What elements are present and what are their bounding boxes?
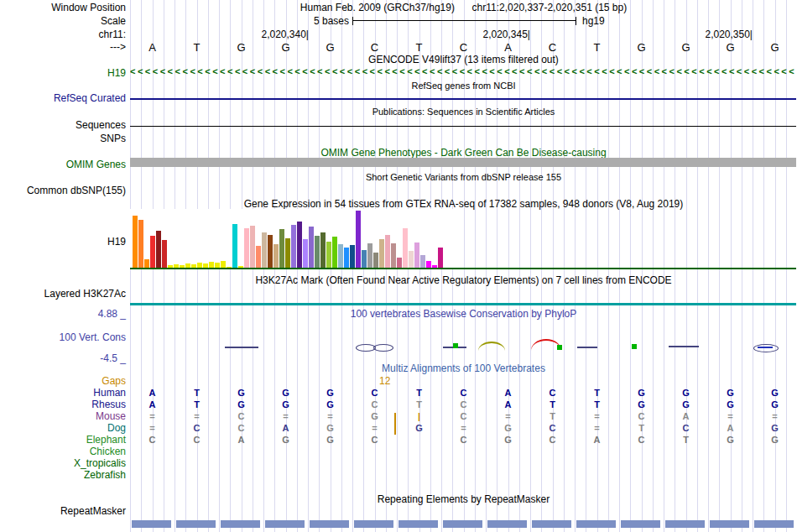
multiz-base: C	[550, 435, 556, 445]
gtex-expression-bar	[256, 246, 261, 268]
multiz-base: G	[682, 388, 690, 398]
multiz-track-title[interactable]: Multiz Alignments of 100 Vertebrates	[130, 362, 797, 374]
assembly-name: Human Feb. 2009 (GRCh37/hg19)	[300, 2, 455, 13]
sequence-base: T	[416, 41, 423, 54]
coordinate-tick: 2,020,345|	[421, 29, 530, 40]
multiz-base: G	[727, 399, 734, 409]
multiz-gaps-label[interactable]: Gaps	[0, 375, 126, 387]
multiz-base: G	[282, 435, 289, 445]
multiz-species-label-zebrafish[interactable]: Zebrafish	[0, 469, 126, 481]
repeatmasker-segment	[532, 520, 571, 528]
multiz-base: C	[683, 423, 690, 433]
coordinate-tick: 2,020,350|	[643, 29, 753, 40]
sequence-base: G	[637, 41, 645, 54]
snps-label[interactable]: SNPs	[0, 133, 126, 144]
gtex-expression-bar	[362, 250, 367, 268]
gtex-expression-bar	[303, 239, 308, 268]
gtex-expression-bar	[344, 248, 349, 268]
gtex-expression-bar	[209, 262, 214, 268]
sequence-base: T	[194, 41, 201, 54]
gtex-expression-bar	[426, 261, 431, 268]
multiz-base: G	[771, 423, 779, 433]
multiz-base: =	[283, 411, 288, 421]
gencode-gene-strand-arrows[interactable]: <<<<<<<<<<<<<<<<<<<<<<<<<<<<<<<<<<<<<<<<…	[130, 66, 796, 77]
sequence-base: A	[148, 41, 156, 54]
gtex-track-title[interactable]: Gene Expression in 54 tissues from GTEx …	[130, 198, 797, 210]
multiz-species-label-mouse[interactable]: Mouse	[0, 410, 126, 422]
multiz-species-label-chicken[interactable]: Chicken	[0, 446, 126, 457]
repeatmasker-track-title[interactable]: Repeating Elements by RepeatMasker	[130, 493, 797, 505]
sequence-base: G	[681, 41, 690, 54]
conservation-track-title[interactable]: 100 vertebrates Basewise Conservation by…	[130, 308, 797, 320]
sequence-base: G	[326, 41, 334, 54]
multiz-species-label-rhesus[interactable]: Rhesus	[0, 399, 126, 410]
sequence-base: C	[371, 41, 378, 54]
multiz-base: C	[149, 435, 156, 445]
h3k27ac-track-title[interactable]: H3K27Ac Mark (Often Found Near Active Re…	[130, 274, 797, 286]
multiz-base: C	[238, 411, 245, 421]
gtex-expression-bar	[268, 235, 273, 268]
multiz-base: G	[504, 435, 512, 445]
multiz-base: A	[683, 411, 690, 421]
publications-sequence-bar[interactable]	[130, 126, 796, 127]
strand-arrow[interactable]: --->	[0, 41, 126, 53]
multiz-gaps-count: 12	[379, 375, 390, 387]
multiz-species-label-elephant[interactable]: Elephant	[0, 434, 126, 446]
repeatmasker-segment	[487, 520, 527, 528]
common-dbsnp-label[interactable]: Common dbSNP(155)	[0, 185, 126, 196]
multiz-base: G	[638, 399, 645, 409]
repeatmasker-segment	[354, 520, 393, 528]
multiz-base: C	[238, 423, 245, 433]
repeatmasker-segment	[398, 520, 438, 528]
multiz-base: A	[283, 423, 289, 433]
gtex-expression-bar	[180, 265, 185, 268]
multiz-base: G	[682, 399, 690, 409]
scale-bar	[352, 17, 576, 25]
multiz-base: =	[194, 411, 199, 421]
publications-track-title[interactable]: Publications: Sequences in Scientific Ar…	[130, 107, 797, 117]
gtex-expression-bar	[320, 232, 326, 268]
multiz-base: T	[638, 423, 644, 433]
gtex-h19-label[interactable]: H19	[0, 236, 126, 248]
multiz-base: T	[550, 399, 555, 409]
dbsnp-track-title[interactable]: Short Genetic Variants from dbSNP releas…	[130, 172, 797, 182]
gtex-expression-bar	[174, 264, 179, 268]
multiz-base: C	[638, 411, 645, 421]
multiz-base: =	[594, 423, 599, 433]
position-range: chr11:2,020,337-2,020,351 (15 bp)	[472, 2, 628, 13]
sequences-label[interactable]: Sequences	[0, 119, 126, 131]
gtex-expression-bar	[262, 232, 267, 268]
layered-h3k27ac-label[interactable]: Layered H3K27Ac	[0, 288, 126, 300]
multiz-base: C	[372, 388, 378, 398]
multiz-species-label-x_tropicalis[interactable]: X_tropicalis	[0, 457, 126, 469]
multiz-base: G	[326, 423, 334, 433]
omim-track-title[interactable]: OMIM Gene Phenotypes - Dark Green Can Be…	[130, 147, 797, 159]
gtex-expression-bar	[403, 228, 408, 268]
conservation-max-value: 4.88 _	[0, 308, 126, 320]
gtex-expression-bar	[191, 264, 196, 268]
multiz-base: T	[194, 399, 200, 409]
gencode-h19-label[interactable]: H19	[0, 67, 126, 79]
gtex-baseline	[130, 268, 796, 269]
conservation-label[interactable]: 100 Vert. Cons	[0, 331, 126, 343]
gtex-expression-bar	[279, 229, 284, 268]
repeatmasker-label[interactable]: RepeatMasker	[0, 505, 126, 517]
h3k27ac-signal-line[interactable]	[130, 303, 796, 305]
repeatmasker-segment	[132, 520, 171, 528]
gencode-track-title[interactable]: GENCODE V49lift37 (13 items filtered out…	[130, 54, 797, 65]
sequence-base: C	[549, 41, 556, 54]
multiz-species-label-human[interactable]: Human	[0, 387, 126, 399]
refseq-track-title[interactable]: RefSeq genes from NCBI	[130, 81, 797, 91]
refseq-gene-bar[interactable]	[130, 98, 796, 100]
omim-gene-bar[interactable]	[130, 158, 796, 167]
multiz-base: T	[416, 399, 422, 409]
refseq-curated-label[interactable]: RefSeq Curated	[0, 92, 126, 104]
coordinate-tick: 2,020,340|	[200, 29, 309, 40]
omim-genes-label[interactable]: OMIM Genes	[0, 159, 126, 170]
gtex-expression-bar	[420, 255, 425, 268]
gtex-expression-bar	[391, 243, 396, 268]
multiz-species-label-dog[interactable]: Dog	[0, 422, 126, 434]
gtex-expression-bar	[315, 236, 320, 268]
multiz-base: C	[461, 411, 467, 421]
multiz-base: |	[418, 411, 420, 421]
